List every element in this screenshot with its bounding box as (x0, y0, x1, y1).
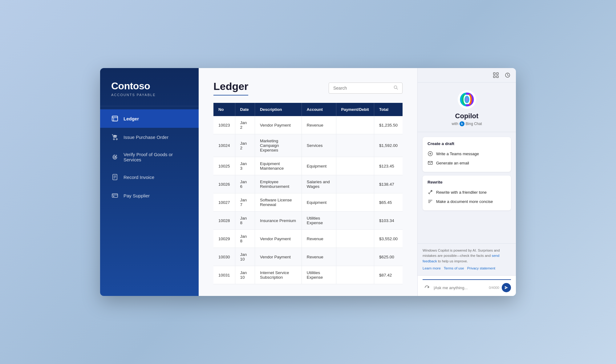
table-cell-no: 10024 (213, 134, 235, 157)
copilot-send-button[interactable] (502, 283, 511, 292)
table-cell-account: Equipment (302, 157, 336, 175)
table-cell-payment_debit (336, 212, 374, 230)
svg-point-24 (464, 96, 469, 103)
table-cell-total: $3,552.00 (374, 230, 403, 248)
rewrite-tone-icon (428, 189, 433, 195)
char-count: 0/4000 (489, 286, 499, 289)
table-cell-no: 10027 (213, 193, 235, 212)
sidebar-item-verify-proof[interactable]: Verify Proof of Goods or Services (100, 146, 199, 168)
table-cell-account: Revenue (302, 248, 336, 266)
col-header-payment-debit: Payment/Debit (336, 103, 374, 116)
table-cell-description: Vendor Payment (255, 116, 302, 134)
table-cell-date: Jan 8 (235, 230, 255, 248)
table-cell-description: Vendor Payment (255, 230, 302, 248)
copilot-toolbar (418, 68, 516, 83)
table-cell-no: 10023 (213, 116, 235, 134)
copilot-subtitle: with b Bing Chat (452, 121, 482, 126)
table-cell-payment_debit (336, 157, 374, 175)
create-draft-title: Create a draft (428, 141, 506, 146)
table-cell-total: $138.47 (374, 175, 403, 193)
email-icon (428, 160, 433, 166)
record-invoice-icon (111, 173, 119, 181)
privacy-statement-link[interactable]: Privacy statement (467, 266, 495, 271)
copilot-panel: Copilot with b Bing Chat Create a draft (417, 68, 516, 296)
grid-icon[interactable] (492, 71, 500, 79)
table-cell-total: $87.42 (374, 266, 403, 284)
table-cell-description: Vendor Payment (255, 248, 302, 266)
sidebar-item-purchase-order-label: Issue Purchase Order (124, 135, 168, 140)
table-cell-account: Revenue (302, 230, 336, 248)
col-header-description: Description (255, 103, 302, 116)
sidebar-nav: Ledger Issue Purchase Order (100, 106, 199, 296)
table-cell-no: 10025 (213, 157, 235, 175)
svg-rect-15 (113, 196, 114, 197)
rewrite-tone-action[interactable]: Rewrite with a friendlier tone (428, 188, 506, 197)
make-concise-label: Make a document more concise (436, 199, 493, 204)
table-cell-no: 10028 (213, 212, 235, 230)
history-icon[interactable] (504, 71, 512, 79)
table-cell-total: $1,235.50 (374, 116, 403, 134)
brand-name: Contoso (111, 80, 188, 92)
sidebar-item-pay-supplier[interactable]: Pay Supplier (100, 186, 199, 205)
sidebar-header: Contoso ACCOUNTS PAYABLE (100, 68, 199, 106)
table-cell-description: Insurance Premium (255, 212, 302, 230)
rewrite-section: Rewrite Rewrite with a friendlier tone (423, 176, 511, 210)
table-row[interactable]: 10026Jan 6Employee ReimbursementSalaries… (213, 175, 403, 193)
table-row[interactable]: 10030Jan 10Vendor PaymentRevenue$625.00 (213, 248, 403, 266)
brand-subtitle: ACCOUNTS PAYABLE (111, 93, 188, 97)
sidebar-item-purchase-order[interactable]: Issue Purchase Order (100, 128, 199, 146)
table-cell-total: $123.45 (374, 157, 403, 175)
page-header: Ledger (213, 80, 403, 95)
concise-icon (428, 199, 433, 204)
table-row[interactable]: 10025Jan 3Equipment MaintenanceEquipment… (213, 157, 403, 175)
sidebar-item-ledger[interactable]: Ledger (100, 109, 199, 128)
generate-email-action[interactable]: Generate an email (428, 158, 506, 168)
page-title-group: Ledger (213, 80, 248, 95)
teams-message-action[interactable]: Write a Teams message (428, 149, 506, 158)
copilot-logo-icon (457, 90, 476, 109)
ledger-table-body: 10023Jan 2Vendor PaymentRevenue$1,235.50… (213, 116, 403, 284)
table-cell-payment_debit (336, 116, 374, 134)
sidebar-item-record-invoice[interactable]: Record Invoice (100, 168, 199, 186)
col-header-account: Account (302, 103, 336, 116)
svg-rect-0 (112, 116, 118, 121)
table-cell-total: $625.00 (374, 248, 403, 266)
table-cell-account: Revenue (302, 116, 336, 134)
make-concise-action[interactable]: Make a document more concise (428, 197, 506, 206)
main-content: Ledger No Date (199, 68, 417, 296)
teams-message-label: Write a Teams message (436, 152, 479, 156)
svg-line-17 (397, 88, 398, 89)
col-header-no: No (213, 103, 235, 116)
table-cell-account: Services (302, 134, 336, 157)
table-cell-account: Salaries and Wages (302, 175, 336, 193)
table-cell-account: Utilities Expense (302, 212, 336, 230)
table-cell-date: Jan 3 (235, 157, 255, 175)
copilot-footer: Windows Copilot is powered by AI. Surpri… (418, 243, 516, 275)
terms-of-use-link[interactable]: Terms of use (444, 266, 464, 271)
table-row[interactable]: 10024Jan 2Marketing Campaign ExpensesSer… (213, 134, 403, 157)
table-row[interactable]: 10029Jan 8Vendor PaymentRevenue$3,552.00 (213, 230, 403, 248)
table-cell-no: 10031 (213, 266, 235, 284)
search-input[interactable] (333, 86, 391, 91)
learn-more-link[interactable]: Learn more (423, 266, 441, 271)
copilot-input-area: 0/4000 (418, 275, 516, 296)
table-row[interactable]: 10028Jan 8Insurance PremiumUtilities Exp… (213, 212, 403, 230)
table-row[interactable]: 10027Jan 7Software License RenewalEquipm… (213, 193, 403, 212)
svg-point-3 (113, 139, 115, 140)
copilot-input-row: 0/4000 (423, 279, 511, 292)
bing-icon: b (460, 121, 464, 126)
purchase-order-icon (111, 133, 119, 141)
copilot-header: Copilot with b Bing Chat (418, 83, 516, 132)
search-box[interactable] (329, 83, 403, 94)
refresh-icon[interactable] (423, 283, 431, 292)
table-cell-no: 10029 (213, 230, 235, 248)
table-row[interactable]: 10031Jan 10Internet Service Subscription… (213, 266, 403, 284)
copilot-footer-suffix: to help us improve. (438, 259, 468, 263)
svg-rect-19 (496, 73, 498, 75)
table-cell-payment_debit (336, 248, 374, 266)
sidebar-item-ledger-label: Ledger (124, 116, 139, 121)
svg-point-4 (116, 139, 117, 140)
copilot-ask-input[interactable] (434, 285, 486, 290)
table-row[interactable]: 10023Jan 2Vendor PaymentRevenue$1,235.50 (213, 116, 403, 134)
table-cell-description: Internet Service Subscription (255, 266, 302, 284)
